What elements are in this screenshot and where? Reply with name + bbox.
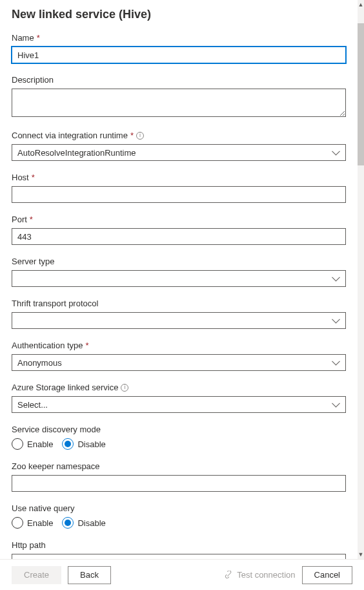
name-input[interactable] xyxy=(12,47,346,63)
storage-value: Select... xyxy=(17,400,48,410)
server-type-select[interactable] xyxy=(12,270,346,287)
host-input[interactable] xyxy=(12,186,346,203)
storage-select[interactable]: Select... xyxy=(12,396,346,413)
discovery-enable-radio[interactable]: Enable xyxy=(12,438,53,450)
radio-icon xyxy=(62,438,74,450)
required-indicator: * xyxy=(37,33,40,43)
create-button[interactable]: Create xyxy=(12,566,61,584)
radio-label: Disable xyxy=(77,518,105,528)
server-type-label: Server type xyxy=(12,257,346,266)
native-disable-radio[interactable]: Disable xyxy=(62,517,105,529)
scroll-up-icon[interactable]: ▲ xyxy=(358,0,364,9)
runtime-value: AutoResolveIntegrationRuntime xyxy=(17,148,136,158)
http-path-input[interactable] xyxy=(12,554,346,559)
page-title: New linked service (Hive) xyxy=(12,8,346,21)
runtime-select[interactable]: AutoResolveIntegrationRuntime xyxy=(12,144,346,161)
thrift-select[interactable] xyxy=(12,312,346,329)
zookeeper-label: Zoo keeper namespace xyxy=(12,461,346,471)
native-query-label: Use native query xyxy=(12,503,346,513)
info-icon[interactable]: i xyxy=(121,384,128,392)
scrollbar[interactable]: ▲ ▼ xyxy=(358,0,364,559)
description-textarea[interactable] xyxy=(12,89,346,117)
discovery-disable-radio[interactable]: Disable xyxy=(62,438,105,450)
radio-label: Enable xyxy=(27,439,53,449)
zookeeper-input[interactable] xyxy=(12,475,346,492)
auth-type-value: Anonymous xyxy=(17,358,62,368)
required-indicator: * xyxy=(30,215,33,224)
radio-label: Enable xyxy=(27,518,53,528)
description-label: Description xyxy=(12,75,346,85)
required-indicator: * xyxy=(86,341,89,350)
port-input[interactable] xyxy=(12,228,346,245)
auth-type-select[interactable]: Anonymous xyxy=(12,354,346,371)
test-connection-link[interactable]: Test connection xyxy=(224,570,295,580)
back-button[interactable]: Back xyxy=(68,566,111,584)
plug-icon xyxy=(224,571,233,580)
http-path-label: Http path xyxy=(12,540,346,550)
required-indicator: * xyxy=(130,131,134,140)
scroll-down-icon[interactable]: ▼ xyxy=(358,550,364,559)
storage-label: Azure Storage linked service i xyxy=(12,383,346,392)
cancel-button[interactable]: Cancel xyxy=(302,566,352,584)
required-indicator: * xyxy=(32,173,35,182)
radio-icon xyxy=(62,517,74,529)
auth-type-label: Authentication type * xyxy=(12,341,346,350)
port-label: Port * xyxy=(12,215,346,224)
radio-icon xyxy=(12,517,23,529)
discovery-label: Service discovery mode xyxy=(12,425,346,434)
host-label: Host * xyxy=(12,173,346,182)
scroll-thumb[interactable] xyxy=(358,23,364,165)
radio-icon xyxy=(12,438,23,450)
radio-label: Disable xyxy=(77,439,105,449)
test-connection-label: Test connection xyxy=(237,570,295,580)
info-icon[interactable]: i xyxy=(136,132,144,140)
runtime-label: Connect via integration runtime * i xyxy=(12,131,346,140)
thrift-label: Thrift transport protocol xyxy=(12,299,346,308)
native-enable-radio[interactable]: Enable xyxy=(12,517,53,529)
name-label: Name * xyxy=(12,33,346,43)
